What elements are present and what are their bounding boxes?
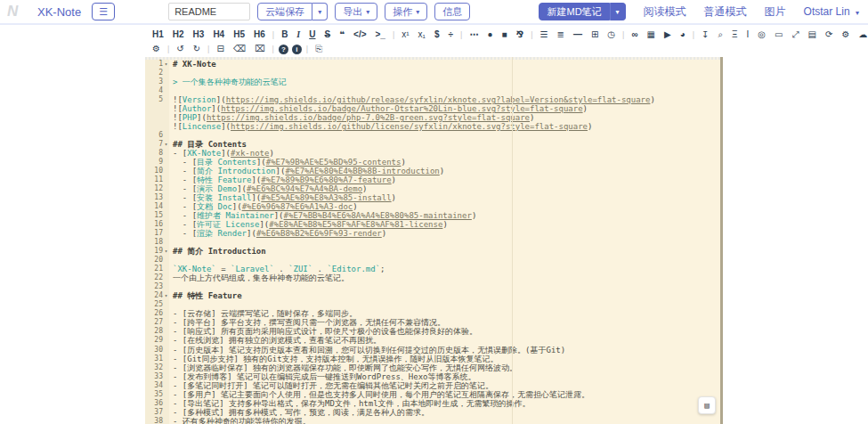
editor-line[interactable]: 1▾# XK-Note (145, 60, 723, 69)
editor-line[interactable]: 14 - [文档 Doc](#%E6%96%87%E6%A1%A3-doc) (145, 202, 723, 211)
fold-marker-icon[interactable]: ▾ (163, 291, 169, 300)
division-button[interactable]: ÷ (446, 29, 457, 41)
editor-line[interactable]: 32- [浏览器临时保存] 独有的浏览器端保存功能，即使断网了也能安心写作，无惧… (145, 363, 723, 372)
preview-button[interactable]: ▭ (772, 29, 785, 41)
editor-line[interactable]: 38- 还有多种神奇的功能等待你的发掘。 (145, 417, 723, 424)
refresh-button[interactable]: ⟳ (823, 29, 835, 41)
editor-line[interactable]: 8- [XK-Note](#xk-note) (145, 149, 723, 158)
ellipsis-button[interactable]: ⋯ (466, 29, 481, 41)
editor-line[interactable]: 5![Version](https://img.shields.io/githu… (145, 95, 723, 104)
about-button[interactable]: i (292, 45, 302, 54)
goto-line-button[interactable]: ↧ (699, 29, 711, 41)
editor-line[interactable]: 13 - [安装 Install](#%E5%AE%89%E8%A3%85-in… (145, 193, 723, 202)
undo-button[interactable]: ↺ (174, 43, 186, 55)
math-button[interactable]: $ (432, 29, 442, 41)
italic-button[interactable]: I (294, 29, 303, 41)
delete-button[interactable]: ⌧ (252, 43, 268, 55)
h1-button[interactable]: H1 (150, 29, 166, 41)
cloud-save-button[interactable]: 云端保存 (257, 3, 312, 20)
help-button[interactable]: ? (279, 45, 288, 54)
document-button[interactable]: ▤ (806, 29, 819, 41)
editor-line[interactable]: 11 - [特性 Feature](#%E7%89%B9%E6%80%A7-fe… (145, 175, 723, 184)
editor-line[interactable]: 22一个由上方代码组成，集各种神奇功能的云笔记。 (145, 273, 723, 282)
editor-settings-button[interactable]: ⚙ (150, 43, 163, 55)
cursor-button[interactable]: Ι (744, 29, 752, 41)
align-button[interactable]: Ξ (729, 29, 741, 41)
editor-line[interactable]: 37- [多种模式] 拥有多种模式，写作，预览，阅读，满足各种人的需求。 (145, 408, 723, 417)
markdown-editor[interactable]: 1▾# XK-Note23> 一个集各种神奇功能的云笔记45![Version]… (145, 57, 723, 424)
export-button[interactable]: 导出 ▾ (335, 3, 377, 20)
filled-square-button[interactable]: ■ (499, 29, 509, 41)
editor-line[interactable]: 23 (145, 282, 723, 291)
editor-line[interactable]: 28- [响应式] 所有页面均采用响应式设计，即使尺寸极小的设备也能保持良好的体… (145, 327, 723, 336)
cloud-save-dropdown-button[interactable]: ▾ (312, 3, 328, 20)
chart-button[interactable]: ◕ (677, 29, 688, 41)
quote-button[interactable]: ❝ (337, 29, 347, 41)
editor-line[interactable]: 15 - [维护者 Maintainer](#%E7%BB%B4%E6%8A%A… (145, 211, 723, 220)
normal-mode-link[interactable]: 普通模式 (704, 4, 747, 20)
user-menu[interactable]: Otstar Lin ▾ (804, 5, 859, 18)
subscript-button[interactable]: x₁ (416, 29, 428, 41)
editor-line[interactable]: 24▾## 特性 Feature (145, 291, 723, 300)
editor-line[interactable]: 30- [历史版本] 笔记支持历史版本查看和回溯，您可以切换到任何提交过的历史版… (145, 346, 723, 355)
datetime-button[interactable]: ◷ (604, 29, 618, 41)
watch-button[interactable]: ◎ (755, 29, 768, 41)
editor-line[interactable]: 25 (145, 300, 723, 309)
fullscreen-button[interactable]: ⤢ (790, 29, 802, 41)
editor-line[interactable]: ![PHP](https://img.shields.io/badge/php-… (145, 113, 723, 122)
video-button[interactable]: ▶ (661, 29, 674, 41)
link-button[interactable]: ∞ (629, 29, 640, 41)
editor-line[interactable]: ![Lincense](https://img.shields.io/githu… (145, 122, 723, 131)
clear-button[interactable]: ⌫ (231, 43, 248, 55)
filename-input[interactable] (168, 3, 250, 20)
editor-line[interactable]: 21`XK-Note` = `Laravel` . `ZUI` . `Edito… (145, 265, 723, 273)
h2-button[interactable]: H2 (170, 29, 187, 41)
actions-button[interactable]: 操作 ▾ (385, 3, 427, 20)
fold-marker-icon[interactable]: ▾ (163, 140, 169, 149)
h6-button[interactable]: H6 (251, 29, 268, 41)
list-ol-button[interactable]: ≣ (555, 29, 567, 41)
editor-line[interactable]: 27- [跨平台] 多平台支持，撰写查阅只需一个浏览器，无惧任何不兼容情况。 (145, 318, 723, 327)
editor-line[interactable]: 36- [导出笔记] 支持多种导出格式，保存为MD文件，html文件，由本地即时… (145, 399, 723, 408)
editor-line[interactable]: 29- [在线浏览] 拥有独立的浏览模式，查看笔记不再困扰。 (145, 336, 723, 345)
list-ul-button[interactable]: ☰ (538, 29, 551, 41)
editor-line[interactable]: 9 - [目录 Contents](#%E7%9B%AE%E5%BD%95-co… (145, 158, 723, 167)
filled-circle-button[interactable]: ● (484, 29, 495, 41)
search-button[interactable]: ⌕ (715, 29, 726, 41)
editor-menu-toggle-button[interactable]: ▤ (698, 396, 716, 414)
editor-line[interactable]: 26- [云存储] 云端撰写笔记，随时保存，多端同步。 (145, 309, 723, 318)
underline-button[interactable]: U (306, 29, 318, 41)
editor-scrollbar[interactable] (720, 57, 723, 424)
fold-marker-icon[interactable]: ▾ (163, 247, 169, 256)
redo-button[interactable]: ↻ (191, 43, 203, 55)
new-md-note-dropdown-button[interactable]: ▾ (610, 3, 626, 20)
editor-line[interactable]: 4 (145, 86, 723, 95)
code-block-button[interactable]: >_ (373, 29, 388, 41)
editor-line[interactable]: 35- [多用户] 笔记主要面向个人使用，但是也支持多人同时使用，每个用户的笔记… (145, 390, 723, 399)
editor-line[interactable]: 16 - [许可证 License](#%E8%AE%B8%E5%8F%AF%E… (145, 220, 723, 229)
fold-marker-icon[interactable]: ▾ (163, 60, 169, 69)
h5-button[interactable]: H5 (231, 29, 247, 41)
cloud-upload-button[interactable]: ☁ (856, 29, 868, 41)
editor-line[interactable]: 33- [发布到博客] 笔记可以在编辑完成后一键推送到WordPress、Hex… (145, 372, 723, 381)
h3-button[interactable]: H3 (191, 29, 207, 41)
save-button[interactable]: ⊟ (214, 43, 226, 55)
settings-button[interactable]: ⚙ (839, 29, 852, 41)
clipboard-button[interactable]: ⎘ (312, 43, 325, 55)
editor-line[interactable]: 6 (145, 131, 723, 140)
table-button[interactable]: ⊞ (588, 29, 601, 41)
editor-line[interactable]: 18 (145, 238, 723, 247)
editor-line[interactable]: ![Author](https://img.shields.io/badge/A… (145, 104, 723, 113)
images-link[interactable]: 图片 (765, 4, 786, 20)
read-mode-link[interactable]: 阅读模式 (644, 4, 686, 20)
editor-line[interactable]: 12 - [演示 Demo](#%E6%BC%94%E7%A4%BA-demo) (145, 184, 723, 193)
bold-button[interactable]: B (279, 29, 290, 41)
editor-line[interactable]: 20 (145, 256, 723, 265)
horizontal-rule-button[interactable]: — (571, 29, 585, 41)
editor-line[interactable]: 10 - [简介 Introduction](#%E7%AE%80%E4%BB%… (145, 167, 723, 175)
editor-line[interactable]: 31- [Git同步支持] 独有的Git支持，支持版本控制，无惧误操作，随时从旧… (145, 355, 723, 363)
editor-line[interactable]: 17 - [渲染 Render](#%E6%B8%B2%E6%9F%93-ren… (145, 229, 723, 238)
h4-button[interactable]: H4 (210, 29, 227, 41)
image-button[interactable]: ▦ (645, 29, 658, 41)
strikethrough-button[interactable]: S (322, 29, 334, 41)
